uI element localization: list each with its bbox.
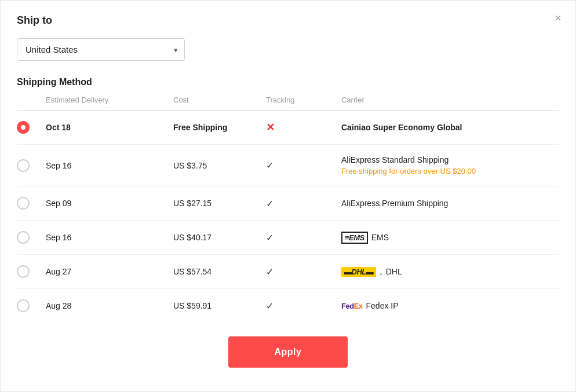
shipping-cost: US $59.91 [173,301,266,310]
header-carrier: Carrier [341,96,559,104]
dhl-logo-icon: ▬DHL▬ [341,267,376,277]
ems-logo-icon: ≡EMS [341,232,368,244]
shipping-cost: US $40.17 [173,233,266,242]
header-delivery: Estimated Delivery [46,96,173,104]
shipping-cost: US $57.54 [173,267,266,276]
radio-button[interactable] [17,299,30,312]
tracking-indicator: ✓ [266,266,341,277]
table-row[interactable]: Sep 16US $3.75✓AliExpress Standard Shipp… [17,145,559,186]
delivery-date: Sep 16 [46,233,173,242]
table-row[interactable]: Sep 09US $27.15✓AliExpress Premium Shipp… [17,186,559,221]
tracking-indicator: ✓ [266,198,341,209]
header-cost: Cost [173,96,266,104]
radio-button[interactable] [17,121,30,134]
shipping-cost: US $3.75 [173,161,266,170]
delivery-date: Sep 16 [46,161,173,170]
carrier-info: AliExpress Standard ShippingFree shippin… [341,155,559,175]
tracking-indicator: ✓ [266,232,341,243]
apply-button[interactable]: Apply [228,336,348,368]
tracking-indicator: ✓ [266,301,341,312]
table-header: Estimated Delivery Cost Tracking Carrier [17,96,559,111]
tracking-indicator: ✕ [266,121,341,134]
carrier-info: ▬DHL▬, DHL [341,266,559,277]
radio-button[interactable] [17,231,30,244]
country-select[interactable]: United StatesCanadaUnited KingdomAustral… [17,38,185,61]
table-row[interactable]: Aug 28US $59.91✓FedExFedex IP [17,289,559,323]
apply-button-row: Apply [17,336,559,368]
shipping-cost: Free Shipping [173,123,266,132]
tracking-indicator: ✓ [266,160,341,171]
fedex-logo-icon: FedEx [341,302,363,310]
shipping-modal: × Ship to United StatesCanadaUnited King… [0,0,576,392]
delivery-date: Sep 09 [46,199,173,208]
delivery-date: Oct 18 [46,123,173,132]
table-row[interactable]: Sep 16US $40.17✓≡EMSEMS [17,221,559,255]
radio-button[interactable] [17,197,30,210]
delivery-date: Aug 28 [46,301,173,310]
modal-title: Ship to [17,14,559,27]
header-tracking: Tracking [266,96,341,104]
carrier-info: FedExFedex IP [341,301,559,310]
shipping-rows-container: Oct 18Free Shipping✕Cainiao Super Econom… [17,111,559,323]
carrier-promo: Free shipping for orders over US $20.00 [341,167,559,175]
delivery-date: Aug 27 [46,267,173,276]
country-select-wrapper: United StatesCanadaUnited KingdomAustral… [17,38,185,61]
table-row[interactable]: Aug 27US $57.54✓▬DHL▬, DHL [17,255,559,289]
carrier-info: AliExpress Premium Shipping [341,199,559,208]
radio-button[interactable] [17,265,30,278]
carrier-name: AliExpress Premium Shipping [341,199,559,208]
table-row[interactable]: Oct 18Free Shipping✕Cainiao Super Econom… [17,111,559,145]
shipping-cost: US $27.15 [173,199,266,208]
carrier-info: ≡EMSEMS [341,232,559,244]
carrier-name: AliExpress Standard Shipping [341,155,559,164]
shipping-method-title: Shipping Method [17,77,559,87]
radio-button[interactable] [17,159,30,172]
carrier-name: Cainiao Super Economy Global [341,123,559,132]
carrier-info: Cainiao Super Economy Global [341,123,559,132]
close-button[interactable]: × [555,12,562,24]
header-radio-col [17,96,46,104]
